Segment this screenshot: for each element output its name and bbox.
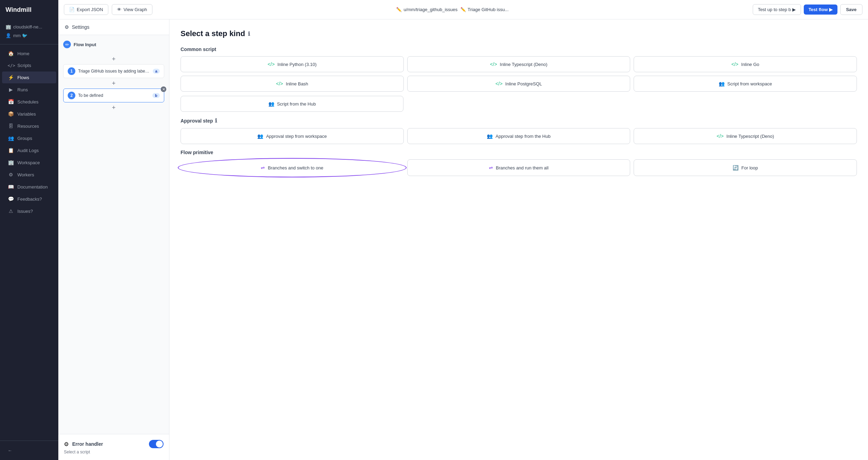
sidebar-item-workspace[interactable]: 🏢 Workspace bbox=[2, 157, 56, 168]
topbar-path: ✏️ u/mm/triage_github_issues ✏️ Triage G… bbox=[156, 7, 749, 12]
topbar: 📄 Export JSON 👁 View Graph ✏️ u/mm/triag… bbox=[58, 0, 868, 19]
sidebar-item-groups[interactable]: 👥 Groups bbox=[2, 132, 56, 144]
step-item-2[interactable]: ✕ 2 To be defined b bbox=[63, 89, 164, 102]
workers-icon: ⚙ bbox=[8, 172, 14, 177]
btn-branches-switch[interactable]: ⇌ Branches and switch to one bbox=[181, 159, 404, 176]
save-button[interactable]: Save bbox=[840, 4, 862, 15]
sidebar-item-resources[interactable]: 🗄 Resources bbox=[2, 120, 56, 132]
loop-icon: 🔄 bbox=[733, 165, 738, 170]
users-icon: 👥 bbox=[487, 133, 493, 139]
test-step-button[interactable]: Test up to step b ▶ bbox=[753, 4, 801, 15]
variables-icon: 📦 bbox=[8, 111, 14, 117]
settings-button[interactable]: ⚙ Settings bbox=[58, 19, 169, 35]
flows-icon: ⚡ bbox=[8, 75, 14, 80]
add-step-before-1-button[interactable]: + bbox=[110, 55, 118, 63]
btn-branches-all[interactable]: ⇌ Branches and run them all bbox=[407, 159, 631, 176]
sidebar-item-home[interactable]: 🏠 Home bbox=[2, 48, 56, 59]
sidebar-item-schedules[interactable]: 📅 Schedules bbox=[2, 96, 56, 108]
flow-edit-icon: ✏️ bbox=[460, 7, 466, 12]
edit-icon: ✏️ bbox=[396, 7, 402, 12]
feedbacks-icon: 💬 bbox=[8, 196, 14, 202]
main-container: 📄 Export JSON 👁 View Graph ✏️ u/mm/triag… bbox=[58, 0, 868, 460]
hub-btn-row: 👥 Script from the Hub bbox=[181, 96, 857, 112]
add-step-between-button[interactable]: + bbox=[110, 80, 118, 87]
sidebar-item-issues[interactable]: ⚠ Issues? bbox=[2, 205, 56, 217]
export-icon: 📄 bbox=[69, 7, 75, 12]
sidebar-item-feedbacks[interactable]: 💬 Feedbacks? bbox=[2, 193, 56, 205]
error-handler-title: Error handler bbox=[72, 441, 145, 447]
sidebar-item-runs[interactable]: ▶ Runs bbox=[2, 84, 56, 95]
step-badge-2: b bbox=[152, 93, 160, 98]
flow-input-row: ✏ Flow Input bbox=[63, 39, 164, 50]
users-icon: 👥 bbox=[257, 133, 263, 139]
back-icon: ← bbox=[8, 448, 12, 453]
btn-script-from-hub[interactable]: 👥 Script from the Hub bbox=[181, 96, 403, 112]
step-connector-bottom: + bbox=[63, 102, 164, 113]
test-flow-button[interactable]: Test flow ▶ bbox=[804, 5, 837, 15]
sidebar-bottom: ← bbox=[0, 441, 58, 460]
code-icon: </> bbox=[495, 81, 502, 86]
btn-inline-typescript[interactable]: </> Inline Typescript (Deno) bbox=[407, 56, 631, 72]
step-badge-1: a bbox=[153, 69, 160, 74]
step-connector-middle: + bbox=[63, 78, 164, 89]
error-handler-row: ⚙ Error handler bbox=[64, 440, 164, 448]
content-area: ⚙ Settings ✏ Flow Input + 1 Triag bbox=[58, 19, 868, 460]
topbar-actions: Test up to step b ▶ Test flow ▶ Save bbox=[753, 4, 862, 15]
section-label-common: Common script bbox=[181, 47, 857, 52]
flow-name-item: ✏️ Triage GitHub issu... bbox=[460, 7, 509, 12]
flow-primitive-grid: ⇌ Branches and switch to one ⇌ Branches … bbox=[181, 159, 857, 176]
common-script-grid: </> Inline Python (3.10) </> Inline Type… bbox=[181, 56, 857, 92]
runs-icon: ▶ bbox=[8, 87, 14, 92]
issues-icon: ⚠ bbox=[8, 208, 14, 214]
btn-for-loop[interactable]: 🔄 For loop bbox=[634, 159, 857, 176]
sidebar-item-workers[interactable]: ⚙ Workers bbox=[2, 169, 56, 181]
approval-step-grid: 👥 Approval step from workspace 👥 Approva… bbox=[181, 128, 857, 144]
users-icon: 👥 bbox=[719, 81, 725, 86]
add-step-after-2-button[interactable]: + bbox=[110, 104, 118, 111]
btn-inline-postgresql[interactable]: </> Inline PostgreSQL bbox=[407, 76, 631, 92]
documentation-icon: 📖 bbox=[8, 184, 14, 190]
btn-approval-typescript[interactable]: </> Inline Typescript (Deno) bbox=[634, 128, 857, 144]
users-icon: 👥 bbox=[268, 101, 274, 107]
error-handler-icon: ⚙ bbox=[64, 441, 69, 448]
resources-icon: 🗄 bbox=[8, 123, 14, 129]
left-panel: ⚙ Settings ✏ Flow Input + 1 Triag bbox=[58, 19, 169, 460]
sidebar-account-1[interactable]: 🏢 cloudskiff-ne... bbox=[6, 23, 53, 31]
scripts-icon: </> bbox=[8, 63, 14, 68]
section-label-approval: Approval step ℹ bbox=[181, 117, 857, 124]
close-step-2-button[interactable]: ✕ bbox=[161, 86, 166, 92]
sidebar-item-variables[interactable]: 📦 Variables bbox=[2, 108, 56, 120]
code-icon: </> bbox=[490, 61, 497, 67]
sidebar-nav: 🏠 Home </> Scripts ⚡ Flows ▶ Runs 📅 Sche… bbox=[0, 44, 58, 441]
graph-icon: 👁 bbox=[117, 7, 122, 12]
path-item: ✏️ u/mm/triage_github_issues bbox=[396, 7, 457, 12]
sidebar-item-flows[interactable]: ⚡ Flows bbox=[2, 72, 56, 83]
sidebar-item-documentation[interactable]: 📖 Documentation bbox=[2, 181, 56, 193]
sidebar-item-scripts[interactable]: </> Scripts bbox=[2, 60, 56, 71]
error-handler-toggle[interactable] bbox=[149, 440, 164, 448]
flow-input-icon: ✏ bbox=[63, 41, 71, 48]
btn-inline-go[interactable]: </> Inline Go bbox=[634, 56, 857, 72]
code-icon: </> bbox=[268, 61, 275, 67]
step-item-1[interactable]: 1 Triage GitHub issues by adding labels … bbox=[63, 64, 164, 78]
export-json-button[interactable]: 📄 Export JSON bbox=[64, 4, 108, 15]
step-text-2: To be defined bbox=[78, 93, 150, 98]
btn-script-from-workspace[interactable]: 👥 Script from workspace bbox=[634, 76, 857, 92]
back-button[interactable]: ← bbox=[2, 445, 56, 456]
approval-info-icon: ℹ bbox=[215, 117, 217, 124]
sidebar-account-2[interactable]: 👤 mm 🐦 bbox=[6, 31, 53, 40]
title-info-icon: ℹ bbox=[248, 31, 250, 37]
view-graph-button[interactable]: 👁 View Graph bbox=[112, 4, 152, 15]
step-number-2: 2 bbox=[68, 92, 75, 99]
error-handler-sub: Select a script bbox=[64, 450, 164, 454]
sidebar-item-audit-logs[interactable]: 📋 Audit Logs bbox=[2, 144, 56, 156]
btn-approval-hub[interactable]: 👥 Approval step from the Hub bbox=[407, 128, 631, 144]
branch-icon: ⇌ bbox=[261, 165, 265, 170]
btn-approval-workspace[interactable]: 👥 Approval step from workspace bbox=[181, 128, 404, 144]
user-icon: 👤 bbox=[6, 33, 11, 38]
account-icon: 🏢 bbox=[6, 24, 11, 30]
btn-inline-python[interactable]: </> Inline Python (3.10) bbox=[181, 56, 404, 72]
toggle-knob bbox=[156, 441, 163, 448]
section-label-flow-primitive: Flow primitive bbox=[181, 150, 857, 155]
btn-inline-bash[interactable]: </> Inline Bash bbox=[181, 76, 404, 92]
